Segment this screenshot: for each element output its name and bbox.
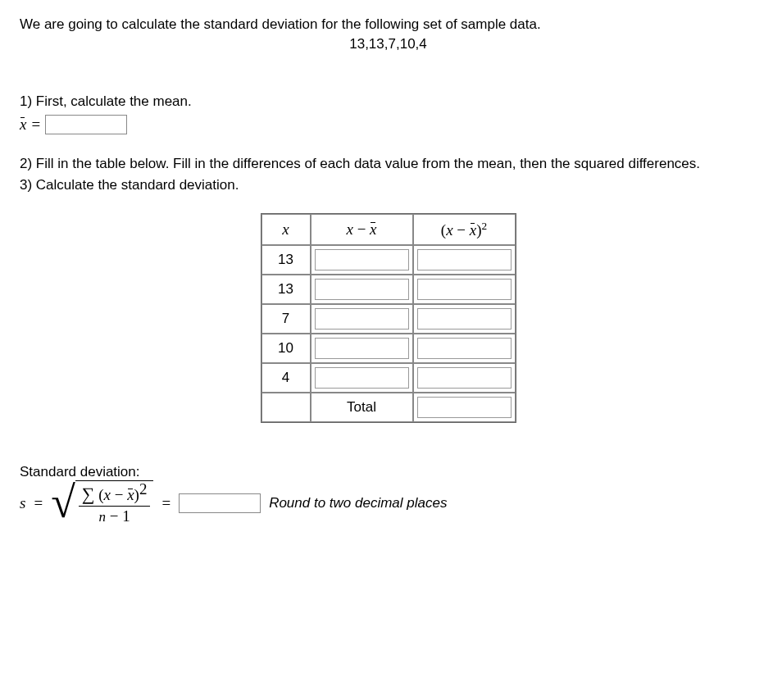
step-2-text: 2) Fill in the table below. Fill in the … (20, 156, 757, 172)
dataset-text: 13,13,7,10,4 (20, 36, 757, 52)
diff-input[interactable] (315, 308, 409, 330)
total-empty (261, 393, 311, 422)
diff-input[interactable] (315, 338, 409, 359)
sqrt-expression: √ ∑ (x − x)2 n − 1 (51, 480, 153, 525)
total-label: Total (311, 393, 413, 422)
intro-text: We are going to calculate the standard d… (20, 16, 757, 33)
table-total-row: Total (261, 393, 516, 422)
step-3-text: 3) Calculate the standard deviation. (20, 177, 757, 193)
std-input[interactable] (179, 493, 261, 513)
diff-input[interactable] (315, 249, 409, 270)
x-value: 7 (261, 304, 311, 334)
x-value: 10 (261, 334, 311, 363)
std-label: Standard deviation: (20, 464, 757, 480)
deviation-table: x x − x (x − x)2 13 13 7 10 4 Total (261, 213, 516, 423)
total-input[interactable] (417, 397, 512, 418)
s-symbol: s (20, 494, 25, 512)
sq-input[interactable] (417, 338, 512, 359)
table-row: 10 (261, 334, 516, 363)
xbar-symbol: x (20, 116, 26, 134)
equals-sign: = (31, 116, 40, 134)
step-1-text: 1) First, calculate the mean. (20, 93, 757, 110)
table-row: 4 (261, 363, 516, 393)
table-row: 13 (261, 245, 516, 275)
table-row: 13 (261, 275, 516, 304)
x-value: 13 (261, 275, 311, 304)
diff-input[interactable] (315, 367, 409, 389)
equals-sign: = (34, 494, 43, 512)
x-value: 13 (261, 245, 311, 275)
sq-input[interactable] (417, 279, 512, 300)
header-diff: x − x (311, 214, 413, 245)
mean-input[interactable] (45, 115, 127, 134)
table-row: 7 (261, 304, 516, 334)
x-value: 4 (261, 363, 311, 393)
equals-sign: = (161, 494, 171, 512)
header-x: x (261, 214, 311, 245)
sq-input[interactable] (417, 367, 512, 389)
header-sq: (x − x)2 (413, 214, 516, 245)
sq-input[interactable] (417, 308, 512, 330)
diff-input[interactable] (315, 279, 409, 300)
round-note: Round to two decimal places (269, 495, 447, 511)
sq-input[interactable] (417, 249, 512, 270)
